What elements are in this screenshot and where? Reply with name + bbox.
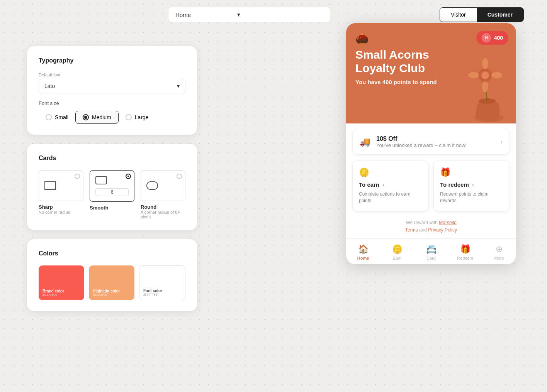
nav-more[interactable]: ⊕ More bbox=[482, 242, 516, 263]
top-bar: Home Visitor Customer bbox=[168, 7, 524, 22]
round-desc: A corner radius of 8+ pixels bbox=[141, 210, 185, 219]
left-panels: Typography Default font Lato Font size S… bbox=[27, 46, 197, 311]
earn-nav-icon: 🪙 bbox=[392, 244, 403, 254]
reward-title: 10$ Off bbox=[376, 135, 467, 142]
brand-color-label: Brand color bbox=[42, 289, 80, 293]
card-smooth-inner: 6 bbox=[90, 170, 134, 202]
nav-home[interactable]: 🏠 Home bbox=[346, 242, 380, 263]
gift-icon: 🎁 bbox=[440, 167, 503, 177]
sharp-label: Sharp bbox=[39, 204, 53, 210]
colors-title: Colors bbox=[39, 250, 185, 257]
reward-description: You've unlocked a reward – claim it now! bbox=[376, 142, 467, 148]
home-nav-icon: 🏠 bbox=[358, 244, 369, 254]
font-color-label: Font color bbox=[143, 289, 181, 293]
privacy-link[interactable]: Privacy Policy bbox=[428, 227, 457, 233]
radio-small bbox=[46, 114, 52, 120]
home-label: Home bbox=[175, 12, 191, 18]
more-nav-label: More bbox=[494, 256, 504, 260]
home-dropdown[interactable]: Home bbox=[168, 7, 330, 22]
redeem-arrow-icon bbox=[472, 182, 474, 188]
card-round-option[interactable]: Round A corner radius of 8+ pixels bbox=[141, 170, 185, 219]
visitor-customer-tabs: Visitor Customer bbox=[440, 7, 524, 22]
earn-nav-label: Earn bbox=[392, 256, 401, 260]
highlight-color-value: #FA5B50 bbox=[93, 293, 131, 297]
highlight-swatch[interactable]: Highlight color #FA5B50 bbox=[89, 265, 134, 300]
brand-color-value: #FA5B50 bbox=[42, 293, 80, 297]
nav-redeem[interactable]: 🎁 Redeem bbox=[448, 242, 482, 263]
earn-arrow-icon bbox=[382, 182, 384, 188]
cards-title: Cards bbox=[39, 155, 185, 162]
card-sharp-option[interactable]: Sharp No corner radius bbox=[39, 170, 83, 215]
svg-point-6 bbox=[482, 81, 488, 92]
sharp-preview bbox=[44, 181, 56, 190]
round-label: Round bbox=[141, 204, 156, 210]
visitor-tab[interactable]: Visitor bbox=[440, 8, 477, 22]
terms-link[interactable]: Terms bbox=[405, 227, 418, 233]
smooth-label: Smooth bbox=[90, 205, 108, 211]
font-dropdown-wrapper: Default font Lato bbox=[39, 73, 185, 93]
font-size-label: Font size bbox=[39, 100, 185, 106]
default-font-label: Default font bbox=[39, 73, 185, 77]
typography-panel: Typography Default font Lato Font size S… bbox=[27, 46, 197, 135]
font-color-value: #FFFFFF bbox=[143, 293, 181, 297]
size-large[interactable]: Large bbox=[119, 111, 156, 123]
reward-card[interactable]: 🚚 10$ Off You've unlocked a reward – cla… bbox=[352, 129, 510, 155]
footer-text: We reward with Marsello Terms and Privac… bbox=[346, 217, 516, 238]
svg-point-5 bbox=[482, 58, 488, 69]
earn-card[interactable]: 🪙 To earn Complete actions to earn point… bbox=[352, 160, 429, 211]
redeem-nav-icon: 🎁 bbox=[460, 244, 471, 254]
action-grid: 🪙 To earn Complete actions to earn point… bbox=[352, 160, 510, 211]
card-sharp-inner bbox=[39, 170, 83, 201]
radio-large bbox=[126, 114, 132, 120]
badge-letter: H bbox=[482, 33, 491, 42]
font-size-options: Small Medium Large bbox=[39, 111, 185, 124]
flower-decoration bbox=[458, 42, 516, 123]
typography-title: Typography bbox=[39, 57, 185, 64]
svg-point-4 bbox=[481, 71, 489, 79]
font-swatch[interactable]: Font color #FFFFFF bbox=[139, 265, 185, 300]
colors-panel: Colors Brand color #FA5B50 Highlight col… bbox=[27, 239, 197, 311]
nav-card[interactable]: 📇 Card bbox=[414, 242, 448, 263]
card-options: Sharp No corner radius 6 Smooth bbox=[39, 170, 185, 219]
main-container: Home Visitor Customer Typography Default… bbox=[0, 0, 547, 392]
reward-arrow-icon bbox=[501, 139, 503, 145]
highlight-color-label: Highlight color bbox=[93, 289, 131, 293]
smooth-value: 6 bbox=[95, 188, 129, 196]
reward-text: 10$ Off You've unlocked a reward – claim… bbox=[376, 135, 467, 148]
card-round-inner bbox=[141, 170, 185, 201]
font-dropdown[interactable]: Lato bbox=[39, 79, 185, 93]
badge-value: 400 bbox=[494, 35, 503, 41]
radio-medium bbox=[83, 114, 89, 120]
marsello-link[interactable]: Marsello bbox=[439, 220, 456, 225]
card-smooth-option[interactable]: 6 Smooth bbox=[90, 170, 134, 211]
more-nav-icon: ⊕ bbox=[496, 244, 503, 254]
earn-title: To earn bbox=[359, 181, 422, 188]
svg-point-8 bbox=[491, 72, 502, 78]
redeem-card[interactable]: 🎁 To redeem Redeem points to claim rewar… bbox=[433, 160, 510, 211]
home-nav-label: Home bbox=[357, 256, 369, 260]
hero-section: 🌰 H 400 Small Acorns Loyalty Club You ha… bbox=[346, 23, 516, 123]
font-value: Lato bbox=[44, 83, 55, 89]
redeem-nav-label: Redeem bbox=[457, 256, 473, 260]
redeem-desc: Redeem points to claim rewards bbox=[440, 191, 503, 204]
card-radio-round bbox=[177, 174, 182, 179]
customer-tab[interactable]: Customer bbox=[477, 8, 523, 22]
card-radio-smooth bbox=[126, 174, 131, 179]
chevron-down-icon bbox=[237, 11, 240, 18]
svg-point-7 bbox=[468, 72, 479, 78]
size-small[interactable]: Small bbox=[39, 111, 75, 123]
sharp-desc: No corner radius bbox=[39, 210, 70, 215]
mobile-bottom-nav: 🏠 Home 🪙 Earn 📇 Card 🎁 Redeem ⊕ More bbox=[346, 238, 516, 264]
cards-panel: Cards Sharp No corner radius 6 bbox=[27, 144, 197, 230]
card-radio-sharp bbox=[75, 174, 80, 179]
font-chevron-icon bbox=[177, 83, 180, 89]
delivery-icon: 🚚 bbox=[360, 137, 370, 147]
card-nav-icon: 📇 bbox=[426, 244, 437, 254]
brand-swatch[interactable]: Brand color #FA5B50 bbox=[39, 265, 84, 300]
earn-icon: 🪙 bbox=[359, 167, 422, 177]
round-preview bbox=[146, 181, 158, 190]
mobile-panel: 🌰 H 400 Small Acorns Loyalty Club You ha… bbox=[346, 23, 516, 264]
color-swatches: Brand color #FA5B50 Highlight color #FA5… bbox=[39, 265, 185, 300]
size-medium[interactable]: Medium bbox=[75, 111, 119, 124]
nav-earn[interactable]: 🪙 Earn bbox=[380, 242, 414, 263]
